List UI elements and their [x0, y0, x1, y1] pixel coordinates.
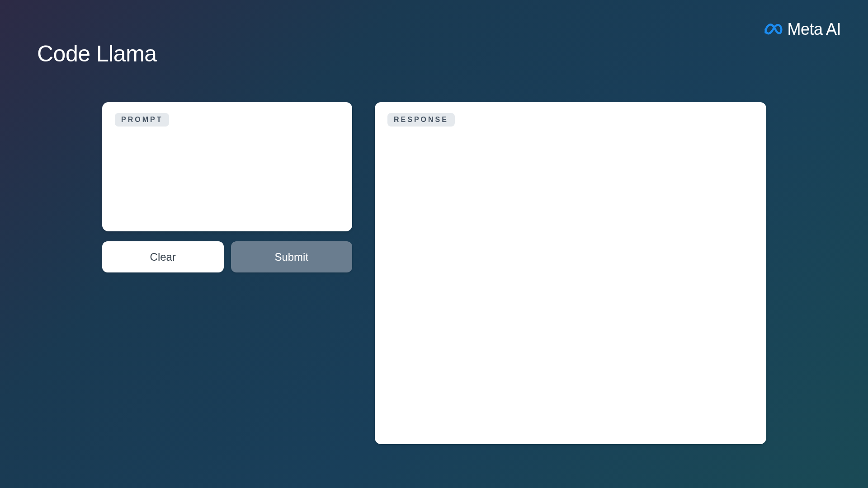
- prompt-input[interactable]: [115, 133, 340, 218]
- left-column: PROMPT Clear Submit: [102, 102, 352, 444]
- clear-button[interactable]: Clear: [102, 241, 224, 272]
- response-panel: RESPONSE: [375, 102, 766, 444]
- brand-text: Meta AI: [787, 20, 841, 39]
- button-row: Clear Submit: [102, 241, 352, 272]
- brand-logo: Meta AI: [764, 20, 841, 39]
- response-label: RESPONSE: [387, 113, 455, 127]
- page-title: Code Llama: [37, 41, 157, 67]
- meta-infinity-icon: [764, 23, 783, 36]
- prompt-panel: PROMPT: [102, 102, 352, 231]
- submit-button[interactable]: Submit: [231, 241, 353, 272]
- prompt-label: PROMPT: [115, 113, 169, 127]
- main-content: PROMPT Clear Submit RESPONSE: [102, 102, 766, 444]
